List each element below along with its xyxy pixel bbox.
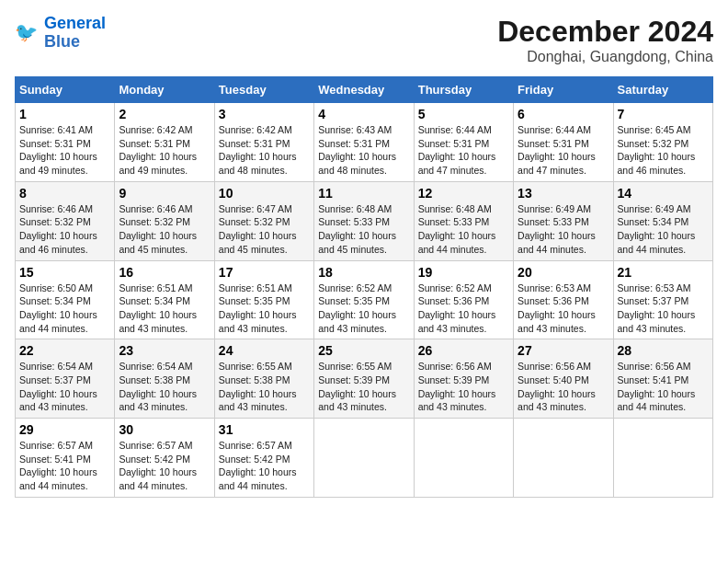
table-row: 20Sunrise: 6:53 AM Sunset: 5:36 PM Dayli… [514,260,613,339]
col-sunday: Sunday [16,77,115,103]
table-row: 15Sunrise: 6:50 AM Sunset: 5:34 PM Dayli… [16,260,115,339]
day-number: 30 [119,422,210,437]
table-row: 21Sunrise: 6:53 AM Sunset: 5:37 PM Dayli… [613,260,712,339]
col-wednesday: Wednesday [314,77,414,103]
col-thursday: Thursday [414,77,513,103]
table-row: 31Sunrise: 6:57 AM Sunset: 5:42 PM Dayli… [214,419,313,498]
day-info: Sunrise: 6:55 AM Sunset: 5:38 PM Dayligh… [219,360,310,414]
day-info: Sunrise: 6:56 AM Sunset: 5:41 PM Dayligh… [618,360,709,414]
day-info: Sunrise: 6:49 AM Sunset: 5:34 PM Dayligh… [618,202,709,257]
day-info: Sunrise: 6:48 AM Sunset: 5:33 PM Dayligh… [318,202,409,257]
table-row [514,419,613,498]
day-number: 6 [518,107,609,121]
table-row: 19Sunrise: 6:52 AM Sunset: 5:36 PM Dayli… [414,260,513,339]
day-info: Sunrise: 6:57 AM Sunset: 5:42 PM Dayligh… [219,439,310,493]
day-number: 20 [518,265,609,280]
table-row: 30Sunrise: 6:57 AM Sunset: 5:42 PM Dayli… [115,419,214,498]
day-info: Sunrise: 6:57 AM Sunset: 5:42 PM Dayligh… [119,439,210,493]
table-row: 12Sunrise: 6:48 AM Sunset: 5:33 PM Dayli… [414,181,513,260]
day-info: Sunrise: 6:55 AM Sunset: 5:39 PM Dayligh… [318,360,409,414]
table-row: 1Sunrise: 6:41 AM Sunset: 5:31 PM Daylig… [16,103,115,182]
day-info: Sunrise: 6:56 AM Sunset: 5:40 PM Dayligh… [518,360,609,414]
day-info: Sunrise: 6:54 AM Sunset: 5:38 PM Dayligh… [119,360,210,414]
day-info: Sunrise: 6:50 AM Sunset: 5:34 PM Dayligh… [19,282,110,336]
table-row [314,419,414,498]
table-row: 10Sunrise: 6:47 AM Sunset: 5:32 PM Dayli… [214,181,313,260]
table-row: 13Sunrise: 6:49 AM Sunset: 5:33 PM Dayli… [514,181,613,260]
day-info: Sunrise: 6:52 AM Sunset: 5:35 PM Dayligh… [318,282,409,336]
logo-icon: 🐦 [15,20,40,46]
table-row: 17Sunrise: 6:51 AM Sunset: 5:35 PM Dayli… [214,260,313,339]
day-info: Sunrise: 6:51 AM Sunset: 5:35 PM Dayligh… [219,282,310,336]
table-row: 29Sunrise: 6:57 AM Sunset: 5:41 PM Dayli… [16,419,115,498]
logo-text: General Blue [44,15,106,52]
day-number: 14 [618,186,709,201]
title-area: December 2024 Donghai, Guangdong, China [497,15,713,65]
table-row: 11Sunrise: 6:48 AM Sunset: 5:33 PM Dayli… [314,181,414,260]
table-row [613,419,712,498]
day-info: Sunrise: 6:53 AM Sunset: 5:36 PM Dayligh… [518,282,609,336]
day-number: 26 [418,343,509,358]
day-number: 16 [119,265,210,280]
table-row: 24Sunrise: 6:55 AM Sunset: 5:38 PM Dayli… [214,339,313,419]
day-info: Sunrise: 6:44 AM Sunset: 5:31 PM Dayligh… [418,123,509,178]
day-number: 13 [518,186,609,201]
day-number: 1 [19,107,110,121]
day-number: 4 [318,107,409,121]
day-info: Sunrise: 6:45 AM Sunset: 5:32 PM Dayligh… [618,123,709,178]
table-row: 25Sunrise: 6:55 AM Sunset: 5:39 PM Dayli… [314,339,414,419]
day-info: Sunrise: 6:44 AM Sunset: 5:31 PM Dayligh… [518,123,609,178]
table-row: 14Sunrise: 6:49 AM Sunset: 5:34 PM Dayli… [613,181,712,260]
day-number: 7 [618,107,709,121]
col-saturday: Saturday [613,77,712,103]
table-row: 22Sunrise: 6:54 AM Sunset: 5:37 PM Dayli… [16,339,115,419]
day-info: Sunrise: 6:53 AM Sunset: 5:37 PM Dayligh… [618,282,709,336]
day-info: Sunrise: 6:57 AM Sunset: 5:41 PM Dayligh… [19,439,110,493]
table-row: 16Sunrise: 6:51 AM Sunset: 5:34 PM Dayli… [115,260,214,339]
calendar-table: Sunday Monday Tuesday Wednesday Thursday… [15,76,713,498]
day-number: 29 [19,422,110,437]
day-number: 3 [219,107,310,121]
table-row: 23Sunrise: 6:54 AM Sunset: 5:38 PM Dayli… [115,339,214,419]
table-row: 2Sunrise: 6:42 AM Sunset: 5:31 PM Daylig… [115,103,214,182]
day-number: 31 [219,422,310,437]
day-info: Sunrise: 6:43 AM Sunset: 5:31 PM Dayligh… [318,123,409,178]
day-number: 5 [418,107,509,121]
day-number: 28 [618,343,709,358]
day-number: 21 [618,265,709,280]
day-number: 11 [318,186,409,201]
table-row: 28Sunrise: 6:56 AM Sunset: 5:41 PM Dayli… [613,339,712,419]
table-row: 9Sunrise: 6:46 AM Sunset: 5:32 PM Daylig… [115,181,214,260]
subtitle: Donghai, Guangdong, China [497,49,713,65]
table-row [414,419,513,498]
day-number: 19 [418,265,509,280]
day-info: Sunrise: 6:52 AM Sunset: 5:36 PM Dayligh… [418,282,509,336]
table-row: 18Sunrise: 6:52 AM Sunset: 5:35 PM Dayli… [314,260,414,339]
day-number: 17 [219,265,310,280]
calendar-body: 1Sunrise: 6:41 AM Sunset: 5:31 PM Daylig… [16,103,713,498]
table-row: 8Sunrise: 6:46 AM Sunset: 5:32 PM Daylig… [16,181,115,260]
day-number: 22 [19,343,110,358]
day-info: Sunrise: 6:49 AM Sunset: 5:33 PM Dayligh… [518,202,609,257]
day-number: 2 [119,107,210,121]
day-info: Sunrise: 6:42 AM Sunset: 5:31 PM Dayligh… [119,123,210,178]
day-info: Sunrise: 6:54 AM Sunset: 5:37 PM Dayligh… [19,360,110,414]
day-info: Sunrise: 6:42 AM Sunset: 5:31 PM Dayligh… [219,123,310,178]
day-number: 25 [318,343,409,358]
day-number: 24 [219,343,310,358]
day-number: 18 [318,265,409,280]
col-monday: Monday [115,77,214,103]
day-number: 10 [219,186,310,201]
day-info: Sunrise: 6:46 AM Sunset: 5:32 PM Dayligh… [119,202,210,257]
calendar-header: Sunday Monday Tuesday Wednesday Thursday… [16,77,713,103]
logo: 🐦 General Blue [15,15,106,52]
day-number: 15 [19,265,110,280]
day-info: Sunrise: 6:47 AM Sunset: 5:32 PM Dayligh… [219,202,310,257]
day-number: 8 [19,186,110,201]
day-number: 27 [518,343,609,358]
table-row: 27Sunrise: 6:56 AM Sunset: 5:40 PM Dayli… [514,339,613,419]
col-friday: Friday [514,77,613,103]
day-info: Sunrise: 6:41 AM Sunset: 5:31 PM Dayligh… [19,123,110,178]
table-row: 6Sunrise: 6:44 AM Sunset: 5:31 PM Daylig… [514,103,613,182]
table-row: 5Sunrise: 6:44 AM Sunset: 5:31 PM Daylig… [414,103,513,182]
